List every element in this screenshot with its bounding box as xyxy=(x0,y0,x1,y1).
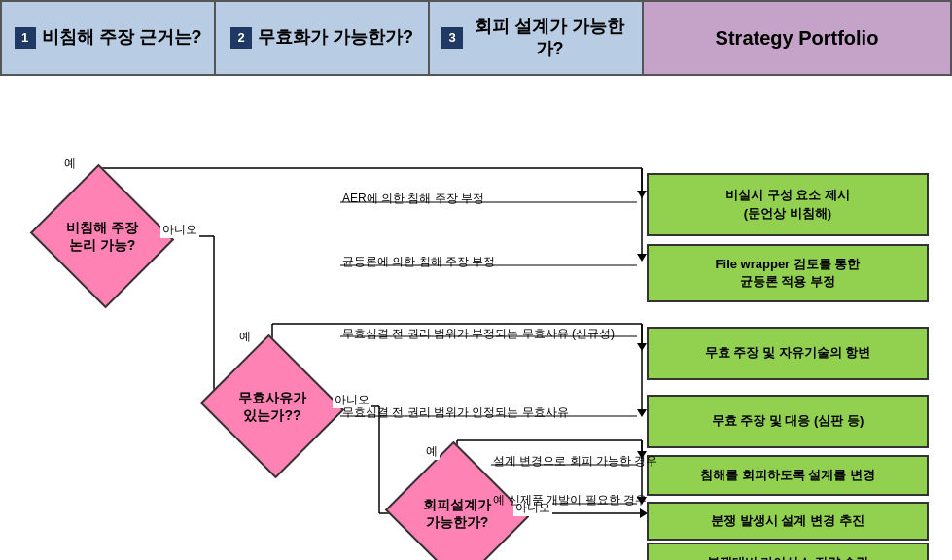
box-7: 분쟁대비 라이선스 전략 수립 xyxy=(647,542,929,560)
design-change-label: 설계 변경으로 회피 가능한 경우 xyxy=(493,453,657,470)
aer-label: AER에 의한 침해 주장 부정 xyxy=(342,191,484,207)
no1-label: 아니오 xyxy=(160,222,199,238)
box-1: 비실시 구성 요소 제시 (문언상 비침해) xyxy=(647,173,929,236)
box-4: 무효 주장 및 대응 (심판 등) xyxy=(647,395,929,448)
strategy-portfolio-header: Strategy Portfolio xyxy=(644,2,950,74)
step2-badge: 2 xyxy=(230,27,252,49)
box-2: File wrapper 검토를 통한 균등론 적용 부정 xyxy=(647,244,929,302)
step1-header: 1 비침해 주장 근거는? xyxy=(2,2,216,74)
box-3: 무효 주장 및 자유기술의 항변 xyxy=(647,327,929,380)
step2-label: 무효화가 가능한가? xyxy=(258,26,413,49)
step1-label: 비침해 주장 근거는? xyxy=(42,26,202,49)
invalid-new-label: 무효심결 전 권리 범위가 부정되는 무효사유 (신규성) xyxy=(342,326,615,342)
step3-badge: 3 xyxy=(441,27,463,49)
equal-label: 균등론에 의한 침해 주장 부정 xyxy=(342,254,495,270)
diagram: 비침해 주장 논리 가능? 무효사유가 있는가?? 회피설계가 가능한가? 비실… xyxy=(0,76,952,560)
header: 1 비침해 주장 근거는? 2 무효화가 가능한가? 3 회피 설계가 가능한가… xyxy=(0,0,952,76)
yes3b-label: 예 xyxy=(493,492,505,508)
box-6: 분쟁 발생시 설계 변경 추진 xyxy=(647,502,929,541)
svg-marker-3 xyxy=(637,191,647,198)
svg-marker-15 xyxy=(637,409,647,417)
yes3-label: 예 xyxy=(424,443,440,460)
step3-header: 3 회피 설계가 가능한가? xyxy=(430,2,644,74)
strategy-portfolio-label: Strategy Portfolio xyxy=(716,25,879,51)
new-product-label: 예 신제품 개발이 필요한 경우 xyxy=(493,492,647,508)
invalid-recog-label: 무효심결 전 권리 범위가 인정되는 무효사유 xyxy=(342,404,569,421)
yes1-label: 예 xyxy=(62,156,78,172)
box-5: 침해를 회피하도록 설계를 변경 xyxy=(647,455,929,496)
step1-badge: 1 xyxy=(15,27,36,49)
step3-label: 회피 설계가 가능한가? xyxy=(469,16,630,61)
yes2-label: 예 xyxy=(237,329,253,345)
svg-marker-5 xyxy=(637,254,647,262)
step2-header: 2 무효화가 가능한가? xyxy=(216,2,430,74)
svg-marker-13 xyxy=(637,343,647,351)
